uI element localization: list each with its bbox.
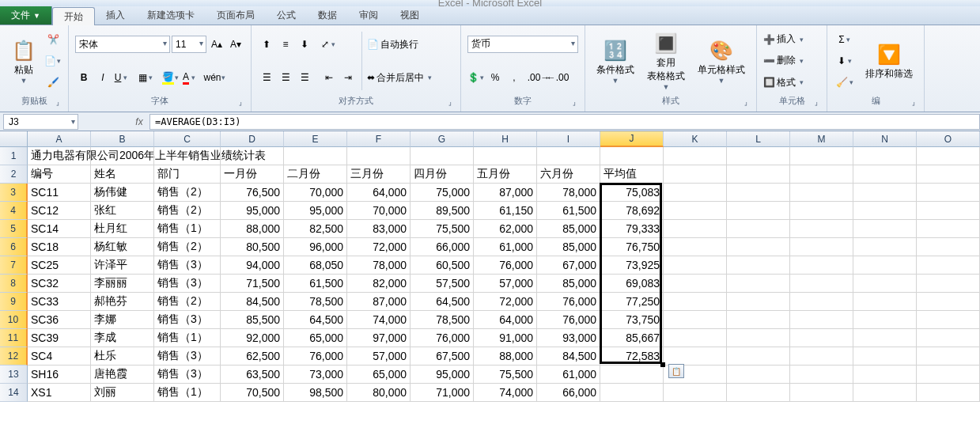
cell-M6[interactable]: [790, 238, 853, 256]
cell-M3[interactable]: [790, 184, 853, 202]
cell-H10[interactable]: 64,000: [474, 311, 537, 329]
cell-E7[interactable]: 68,050: [284, 256, 347, 275]
cell-O2[interactable]: [917, 165, 980, 184]
cell-A3[interactable]: SC11: [28, 184, 91, 202]
select-all-corner[interactable]: [0, 131, 28, 147]
cell-K6[interactable]: [664, 238, 727, 256]
cell-I1[interactable]: [537, 147, 600, 165]
cell-O8[interactable]: [917, 275, 980, 293]
align-bottom-button[interactable]: ⬇: [296, 36, 313, 53]
cell-A9[interactable]: SC33: [28, 293, 91, 311]
cell-M12[interactable]: [790, 347, 853, 366]
cell-G14[interactable]: 71,000: [411, 384, 474, 402]
cell-L8[interactable]: [727, 275, 790, 293]
cell-L4[interactable]: [727, 202, 790, 220]
cell-G9[interactable]: 64,500: [411, 293, 474, 311]
cell-I13[interactable]: 61,000: [537, 366, 600, 384]
cell-L12[interactable]: [727, 347, 790, 366]
cell-B1[interactable]: [91, 147, 154, 165]
cell-J5[interactable]: 79,333: [600, 220, 664, 238]
cell-B6[interactable]: 杨红敏: [91, 238, 154, 256]
cell-H7[interactable]: 76,000: [474, 256, 537, 275]
cell-A5[interactable]: SC14: [28, 220, 91, 238]
cell-G8[interactable]: 57,500: [411, 275, 474, 293]
cell-J3[interactable]: 75,083: [600, 184, 664, 202]
cell-L14[interactable]: [727, 384, 790, 402]
row-header-11[interactable]: 11: [0, 329, 28, 347]
cell-styles-button[interactable]: 🎨单元格样式▼: [693, 28, 750, 93]
cell-D4[interactable]: 95,000: [221, 202, 284, 220]
cell-I11[interactable]: 93,000: [537, 329, 600, 347]
cell-J13[interactable]: [600, 366, 664, 384]
increase-decimal-button[interactable]: .00→: [530, 69, 547, 86]
cell-J12[interactable]: 72,583: [600, 347, 664, 366]
cell-B12[interactable]: 杜乐: [91, 347, 154, 366]
cell-H11[interactable]: 91,000: [474, 329, 537, 347]
cell-I3[interactable]: 78,000: [537, 184, 600, 202]
cell-B10[interactable]: 李娜: [91, 311, 154, 329]
cell-I4[interactable]: 61,500: [537, 202, 600, 220]
align-top-button[interactable]: ⬆: [258, 36, 275, 53]
cell-E9[interactable]: 78,500: [284, 293, 347, 311]
row-header-12[interactable]: 12: [0, 347, 28, 366]
cell-J7[interactable]: 73,925: [600, 256, 664, 275]
cell-F1[interactable]: [347, 147, 411, 165]
cell-N10[interactable]: [853, 311, 917, 329]
cell-C3[interactable]: 销售（2）: [154, 184, 221, 202]
row-header-4[interactable]: 4: [0, 202, 28, 220]
cell-O6[interactable]: [917, 238, 980, 256]
cell-G11[interactable]: 76,000: [411, 329, 474, 347]
col-header-L[interactable]: L: [727, 131, 790, 147]
cell-M14[interactable]: [790, 384, 853, 402]
cell-L10[interactable]: [727, 311, 790, 329]
align-left-button[interactable]: ☰: [258, 69, 275, 86]
cell-G7[interactable]: 60,500: [411, 256, 474, 275]
cell-D2[interactable]: 一月份: [221, 165, 284, 184]
cell-L7[interactable]: [727, 256, 790, 275]
clear-button[interactable]: 🧹▾: [834, 74, 857, 91]
cell-J4[interactable]: 78,692: [600, 202, 664, 220]
cell-D6[interactable]: 80,500: [221, 238, 284, 256]
col-header-K[interactable]: K: [664, 131, 727, 147]
tab-newtab[interactable]: 新建选项卡: [136, 6, 206, 25]
cell-J14[interactable]: [600, 384, 664, 402]
name-box[interactable]: J3: [3, 114, 78, 130]
cell-D12[interactable]: 62,500: [221, 347, 284, 366]
cell-G4[interactable]: 89,500: [411, 202, 474, 220]
autosum-button[interactable]: Σ▾: [834, 31, 857, 48]
font-color-button[interactable]: A▾: [181, 69, 199, 86]
cell-O7[interactable]: [917, 256, 980, 275]
col-header-F[interactable]: F: [347, 131, 411, 147]
cells-grid[interactable]: 通力电器有限公司2006年上半年销售业绩统计表编号姓名部门一月份二月份三月份四月…: [28, 147, 980, 428]
cell-A2[interactable]: 编号: [28, 165, 91, 184]
cell-K10[interactable]: [664, 311, 727, 329]
col-header-C[interactable]: C: [154, 131, 221, 147]
cell-A10[interactable]: SC36: [28, 311, 91, 329]
cell-D3[interactable]: 76,500: [221, 184, 284, 202]
cell-E1[interactable]: [284, 147, 347, 165]
cell-M8[interactable]: [790, 275, 853, 293]
border-button[interactable]: ▦▾: [138, 69, 155, 86]
percent-button[interactable]: %: [486, 69, 504, 86]
col-header-M[interactable]: M: [790, 131, 853, 147]
cell-I2[interactable]: 六月份: [537, 165, 600, 184]
cell-N13[interactable]: [853, 366, 917, 384]
row-header-1[interactable]: 1: [0, 147, 28, 165]
cell-E11[interactable]: 65,000: [284, 329, 347, 347]
cell-F2[interactable]: 三月份: [347, 165, 411, 184]
cell-K2[interactable]: [664, 165, 727, 184]
cell-N4[interactable]: [853, 202, 917, 220]
cell-A11[interactable]: SC39: [28, 329, 91, 347]
italic-button[interactable]: I: [94, 69, 112, 86]
cell-G13[interactable]: 95,000: [411, 366, 474, 384]
tab-data[interactable]: 数据: [307, 6, 348, 25]
cell-A8[interactable]: SC32: [28, 275, 91, 293]
cell-L2[interactable]: [727, 165, 790, 184]
cell-C14[interactable]: 销售（1）: [154, 384, 221, 402]
format-cells-button[interactable]: 🔲 格式▾: [763, 73, 820, 92]
cell-B13[interactable]: 唐艳霞: [91, 366, 154, 384]
increase-indent-button[interactable]: ⇥: [339, 69, 357, 86]
cell-F9[interactable]: 87,000: [347, 293, 411, 311]
cell-O4[interactable]: [917, 202, 980, 220]
cell-L13[interactable]: [727, 366, 790, 384]
